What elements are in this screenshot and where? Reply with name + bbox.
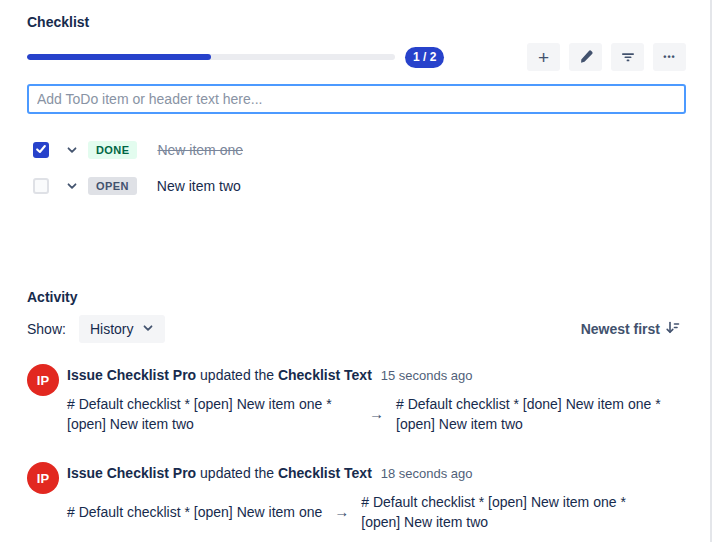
ellipsis-icon: ••• (663, 53, 675, 62)
activity-entry: IP Issue Checklist Pro updated the Check… (27, 462, 686, 532)
activity-entry-header: Issue Checklist Pro updated the Checklis… (67, 465, 663, 481)
activity-title: Activity (27, 289, 686, 305)
value-after: # Default checklist * [open] New item on… (361, 492, 663, 532)
avatar: IP (27, 462, 59, 494)
field-name: Checklist Text (278, 465, 372, 481)
scrollbar-track (710, 0, 712, 542)
chevron-down-icon[interactable] (66, 180, 78, 192)
change-arrow-icon: → (334, 502, 349, 522)
activity-entry-header: Issue Checklist Pro updated the Checklis… (67, 367, 686, 383)
value-before: # Default checklist * [open] New item on… (67, 394, 357, 434)
actor-name: Issue Checklist Pro (67, 367, 196, 383)
timestamp: 18 seconds ago (381, 466, 473, 481)
item-checkbox-checked[interactable] (33, 142, 49, 158)
add-item-button[interactable]: + (527, 43, 560, 71)
action-text: updated the (200, 465, 274, 481)
change-diff: # Default checklist * [open] New item on… (67, 492, 663, 532)
chevron-down-icon (142, 321, 154, 337)
activity-controls: Show: History Newest first (27, 315, 686, 343)
activity-entry: IP Issue Checklist Pro updated the Check… (27, 364, 686, 434)
progress-bar (27, 54, 395, 60)
history-filter-dropdown[interactable]: History (79, 315, 166, 343)
filter-button[interactable] (611, 43, 644, 71)
checklist-item-row: OPEN New item two (33, 176, 686, 196)
field-name: Checklist Text (278, 367, 372, 383)
change-diff: # Default checklist * [open] New item on… (67, 394, 686, 434)
sort-descending-icon (665, 320, 680, 338)
checklist-title: Checklist (27, 14, 686, 30)
checklist-toolbar: + ••• (527, 43, 686, 71)
chevron-down-icon[interactable] (66, 144, 78, 156)
value-after: # Default checklist * [done] New item on… (396, 394, 686, 434)
plus-icon: + (538, 48, 549, 67)
checklist-item-row: DONE New item one (33, 140, 686, 160)
show-label: Show: (27, 321, 66, 337)
sort-order-button[interactable]: Newest first (575, 319, 686, 339)
checklist-panel: Checklist 1 / 2 + (0, 0, 719, 542)
sort-order-label: Newest first (581, 321, 660, 337)
progress-row: 1 / 2 + (27, 43, 686, 71)
value-before: # Default checklist * [open] New item on… (67, 502, 322, 522)
more-actions-button[interactable]: ••• (653, 43, 686, 71)
change-arrow-icon: → (369, 404, 384, 424)
progress-fill (27, 54, 211, 60)
pencil-icon (578, 49, 594, 65)
item-text[interactable]: New item one (157, 142, 243, 158)
filter-icon (620, 49, 636, 65)
history-filter-value: History (90, 321, 134, 337)
checklist-items: DONE New item one OPEN New item two (27, 140, 686, 196)
activity-entry-content: Issue Checklist Pro updated the Checklis… (67, 462, 663, 532)
timestamp: 15 seconds ago (381, 368, 473, 383)
edit-checklist-button[interactable] (569, 43, 602, 71)
add-todo-input[interactable] (27, 84, 686, 114)
status-badge[interactable]: OPEN (88, 177, 137, 195)
status-badge[interactable]: DONE (88, 141, 137, 159)
action-text: updated the (200, 367, 274, 383)
activity-entry-content: Issue Checklist Pro updated the Checklis… (67, 364, 686, 434)
actor-name: Issue Checklist Pro (67, 465, 196, 481)
item-text[interactable]: New item two (157, 178, 241, 194)
avatar: IP (27, 364, 59, 396)
progress-count-badge: 1 / 2 (405, 47, 444, 68)
item-checkbox-unchecked[interactable] (33, 178, 49, 194)
checkmark-icon (35, 141, 47, 159)
